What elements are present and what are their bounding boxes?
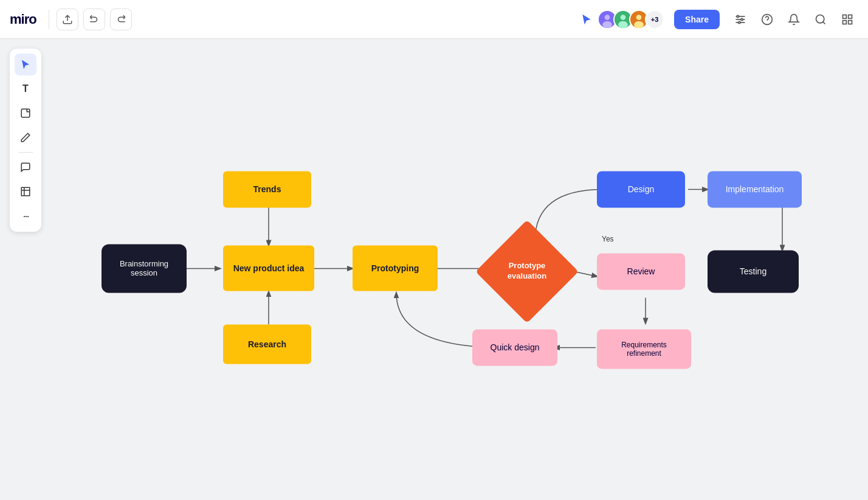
brainstorming-node[interactable]: Brainstorming session [102,244,187,293]
quick-design-node[interactable]: Quick design [472,329,557,366]
cursor-icon [578,11,595,28]
requirements-refinement-label: Requirements refinement [621,341,667,358]
more-tools[interactable]: ··· [15,205,36,227]
svg-point-12 [737,15,739,17]
collaborators-group: +3 [578,10,664,29]
avatar-count[interactable]: +3 [645,10,664,29]
review-label: Review [627,266,655,276]
implementation-node[interactable]: Implementation [708,171,802,207]
help-button[interactable] [756,9,778,30]
pen-tool[interactable] [15,127,36,148]
menu-button[interactable] [836,9,858,30]
testing-node[interactable]: Testing [708,250,799,293]
left-toolbar: T ··· [10,49,41,232]
svg-point-7 [636,15,642,20]
requirements-refinement-node[interactable]: Requirements refinement [597,329,691,369]
select-tool[interactable] [15,54,36,75]
svg-rect-20 [849,20,852,24]
search-button[interactable] [810,9,832,30]
yes-label: Yes [602,235,614,243]
canvas[interactable]: Yes No Brainstorming session Trends New … [0,39,868,500]
research-label: Research [248,339,286,349]
undo-button[interactable] [83,9,105,30]
design-label: Design [628,184,655,194]
frame-tool[interactable] [15,181,36,203]
implementation-label: Implementation [726,184,784,194]
prototype-evaluation-node[interactable]: Prototype evaluation [484,229,570,314]
svg-point-14 [739,21,740,23]
review-node[interactable]: Review [597,253,685,290]
research-node[interactable]: Research [223,324,311,364]
svg-rect-18 [849,15,852,18]
sticky-tool[interactable] [15,102,36,124]
tool-divider [18,152,33,153]
header-divider-1 [49,10,49,29]
svg-point-4 [621,15,626,20]
design-node[interactable]: Design [597,171,685,207]
new-product-idea-label: New product idea [233,263,305,273]
header: miro +3 Share [0,0,868,39]
more-tools-icon: ··· [22,210,28,223]
comment-tool[interactable] [15,156,36,178]
text-tool-icon: T [22,83,29,94]
svg-rect-17 [843,15,847,18]
svg-point-1 [605,15,610,20]
quick-design-label: Quick design [491,342,540,352]
upload-button[interactable] [57,9,78,30]
svg-rect-19 [843,20,847,24]
trends-label: Trends [253,184,281,194]
svg-point-16 [816,15,824,23]
prototyping-node[interactable]: Prototyping [353,245,438,291]
redo-button[interactable] [110,9,132,30]
notifications-button[interactable] [783,9,805,30]
new-product-idea-node[interactable]: New product idea [223,245,314,291]
flowchart: Yes No Brainstorming session Trends New … [98,147,828,402]
trends-node[interactable]: Trends [223,171,311,207]
svg-point-13 [741,18,743,20]
text-tool[interactable]: T [15,78,36,100]
share-button[interactable]: Share [674,10,720,29]
prototyping-label: Prototyping [371,263,419,273]
customize-button[interactable] [729,9,751,30]
svg-rect-21 [21,109,30,117]
testing-label: Testing [740,266,766,276]
miro-logo: miro [10,12,36,27]
brainstorming-label: Brainstorming session [120,259,168,277]
prototype-evaluation-label: Prototype evaluation [500,262,554,282]
svg-rect-22 [21,187,30,196]
